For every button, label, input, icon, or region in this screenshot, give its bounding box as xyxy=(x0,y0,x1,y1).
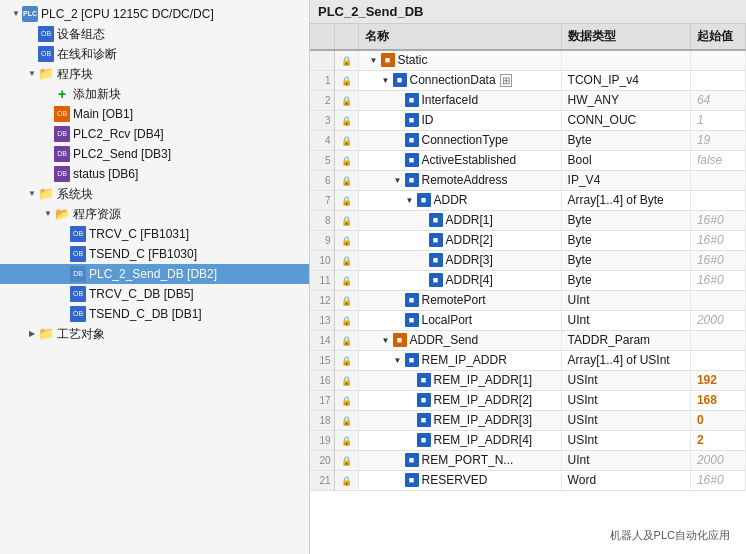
tree-item-program-blocks[interactable]: 📁程序块 xyxy=(0,64,309,84)
row-lock: 🔒 xyxy=(334,150,358,170)
lock-icon: 🔒 xyxy=(341,336,352,346)
row-number: 7 xyxy=(310,190,334,210)
tree-item-plc2-rcv[interactable]: DBPLC2_Rcv [DB4] xyxy=(0,124,309,144)
table-row[interactable]: 10🔒▶■ADDR[3]Byte16#0 xyxy=(310,250,746,270)
row-number: 1 xyxy=(310,70,334,90)
tree-item-device-config[interactable]: OB设备组态 xyxy=(0,24,309,44)
block-blue-icon: OB xyxy=(38,46,54,62)
table-row[interactable]: 18🔒▶■REM_IP_ADDR[3]USInt0 xyxy=(310,410,746,430)
tree-label: TSEND_C_DB [DB1] xyxy=(89,305,202,323)
table-row[interactable]: 🔒▼■Static xyxy=(310,50,746,70)
row-type-cell: HW_ANY xyxy=(561,90,690,110)
row-type-cell: USInt xyxy=(561,410,690,430)
lock-icon: 🔒 xyxy=(341,276,352,286)
row-arrow-down-icon: ▼ xyxy=(393,176,403,185)
table-row[interactable]: 19🔒▶■REM_IP_ADDR[4]USInt2 xyxy=(310,430,746,450)
tree-item-plc2[interactable]: PLCPLC_2 [CPU 1215C DC/DC/DC] xyxy=(0,4,309,24)
grid-icon[interactable]: ⊞ xyxy=(500,74,512,87)
row-name-text: REM_IP_ADDR[2] xyxy=(434,393,533,407)
row-type-cell xyxy=(561,50,690,70)
row-type-cell: CONN_OUC xyxy=(561,110,690,130)
row-number: 2 xyxy=(310,90,334,110)
tree-item-plc2-send[interactable]: DBPLC2_Send [DB3] xyxy=(0,144,309,164)
row-number: 20 xyxy=(310,450,334,470)
row-type-icon: ■ xyxy=(405,133,419,147)
table-row[interactable]: 12🔒▶■RemotePortUInt xyxy=(310,290,746,310)
row-type-icon: ■ xyxy=(417,413,431,427)
tree-item-tsend-c-db1[interactable]: OBTSEND_C_DB [DB1] xyxy=(0,304,309,324)
table-row[interactable]: 2🔒▶■InterfaceIdHW_ANY64 xyxy=(310,90,746,110)
tree-item-tsend-c-fb1030[interactable]: OBTSEND_C [FB1030] xyxy=(0,244,309,264)
row-type-icon: ■ xyxy=(429,213,443,227)
row-name-cell: ▶■ADDR[4] xyxy=(358,270,561,290)
lock-icon: 🔒 xyxy=(341,196,352,206)
row-name-cell: ▼■REM_IP_ADDR xyxy=(358,350,561,370)
row-type-cell: TCON_IP_v4 xyxy=(561,70,690,90)
row-type-cell: UInt xyxy=(561,450,690,470)
row-number: 6 xyxy=(310,170,334,190)
table-row[interactable]: 21🔒▶■RESERVEDWord16#0 xyxy=(310,470,746,490)
row-lock: 🔒 xyxy=(334,410,358,430)
row-name-cell: ▶■ADDR[3] xyxy=(358,250,561,270)
tree-item-online-diag[interactable]: OB在线和诊断 xyxy=(0,44,309,64)
row-value-cell xyxy=(690,70,745,90)
table-row[interactable]: 20🔒▶■REM_PORT_N...UInt2000 xyxy=(310,450,746,470)
row-name-text: ID xyxy=(422,113,434,127)
tree-item-add-block[interactable]: +添加新块 xyxy=(0,84,309,104)
row-type-cell: IP_V4 xyxy=(561,170,690,190)
table-row[interactable]: 16🔒▶■REM_IP_ADDR[1]USInt192 xyxy=(310,370,746,390)
row-type-icon: ■ xyxy=(405,113,419,127)
row-name-cell: ▼■ADDR_Send xyxy=(358,330,561,350)
row-name-cell: ▶■REM_IP_ADDR[2] xyxy=(358,390,561,410)
row-name-text: LocalPort xyxy=(422,313,473,327)
row-type-icon: ■ xyxy=(429,233,443,247)
tree-item-main-ob1[interactable]: OBMain [OB1] xyxy=(0,104,309,124)
row-arrow-down-icon: ▼ xyxy=(381,336,391,345)
row-type-icon: ■ xyxy=(405,313,419,327)
table-row[interactable]: 6🔒▼■RemoteAddressIP_V4 xyxy=(310,170,746,190)
col-name-header: 名称 xyxy=(358,24,561,50)
block-purple-icon: DB xyxy=(54,126,70,142)
table-row[interactable]: 14🔒▼■ADDR_SendTADDR_Param xyxy=(310,330,746,350)
table-row[interactable]: 4🔒▶■ConnectionTypeByte19 xyxy=(310,130,746,150)
lock-icon: 🔒 xyxy=(341,376,352,386)
lock-icon: 🔒 xyxy=(341,116,352,126)
row-value-cell: 64 xyxy=(690,90,745,110)
row-name-cell: ▶■ADDR[1] xyxy=(358,210,561,230)
tree-label: PLC_2 [CPU 1215C DC/DC/DC] xyxy=(41,5,214,23)
row-value-cell: 1 xyxy=(690,110,745,130)
row-name-cell: ▼■ADDR xyxy=(358,190,561,210)
tree-item-plc2-send-db2[interactable]: DBPLC_2_Send_DB [DB2] xyxy=(0,264,309,284)
tree-label: TSEND_C [FB1030] xyxy=(89,245,197,263)
table-row[interactable]: 9🔒▶■ADDR[2]Byte16#0 xyxy=(310,230,746,250)
row-type-icon: ■ xyxy=(405,473,419,487)
table-row[interactable]: 11🔒▶■ADDR[4]Byte16#0 xyxy=(310,270,746,290)
tree-item-work-time[interactable]: 📁工艺对象 xyxy=(0,324,309,344)
row-lock: 🔒 xyxy=(334,170,358,190)
row-type-cell: Byte xyxy=(561,270,690,290)
row-name-text: REM_IP_ADDR[1] xyxy=(434,373,533,387)
row-lock: 🔒 xyxy=(334,110,358,130)
table-row[interactable]: 7🔒▼■ADDRArray[1..4] of Byte xyxy=(310,190,746,210)
row-lock: 🔒 xyxy=(334,390,358,410)
table-row[interactable]: 13🔒▶■LocalPortUInt2000 xyxy=(310,310,746,330)
row-type-cell: Bool xyxy=(561,150,690,170)
tree-item-prog-resources[interactable]: 📂程序资源 xyxy=(0,204,309,224)
tree-item-trcv-c-fb1031[interactable]: OBTRCV_C [FB1031] xyxy=(0,224,309,244)
row-number: 12 xyxy=(310,290,334,310)
tree-item-status-db6[interactable]: DBstatus [DB6] xyxy=(0,164,309,184)
row-value-cell: 16#0 xyxy=(690,470,745,490)
table-row[interactable]: 15🔒▼■REM_IP_ADDRArray[1..4] of USInt xyxy=(310,350,746,370)
table-row[interactable]: 17🔒▶■REM_IP_ADDR[2]USInt168 xyxy=(310,390,746,410)
table-row[interactable]: 1🔒▼■ConnectionData⊞TCON_IP_v4 xyxy=(310,70,746,90)
tree-item-sys-blocks[interactable]: 📁系统块 xyxy=(0,184,309,204)
folder-icon: 📁 xyxy=(38,66,54,82)
row-number xyxy=(310,50,334,70)
table-row[interactable]: 8🔒▶■ADDR[1]Byte16#0 xyxy=(310,210,746,230)
col-num-header xyxy=(310,24,334,50)
left-tree-panel: PLCPLC_2 [CPU 1215C DC/DC/DC]OB设备组态OB在线和… xyxy=(0,0,310,554)
table-row[interactable]: 3🔒▶■IDCONN_OUC1 xyxy=(310,110,746,130)
row-type-icon: ■ xyxy=(405,173,419,187)
tree-item-trcv-c-db5[interactable]: OBTRCV_C_DB [DB5] xyxy=(0,284,309,304)
table-row[interactable]: 5🔒▶■ActiveEstablishedBoolfalse xyxy=(310,150,746,170)
